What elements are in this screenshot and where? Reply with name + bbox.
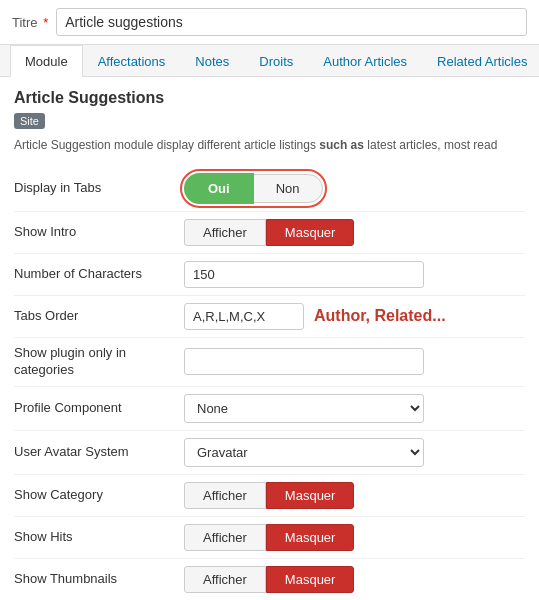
tabs-order-control: Author, Related... <box>184 303 525 330</box>
show-category-label: Show Category <box>14 487 184 504</box>
masquer-button-category[interactable]: Masquer <box>266 482 355 509</box>
show-hits-control: Afficher Masquer <box>184 524 525 551</box>
display-in-tabs-label: Display in Tabs <box>14 180 184 197</box>
show-thumbnails-label: Show Thumbnails <box>14 571 184 588</box>
show-hits-label: Show Hits <box>14 529 184 546</box>
afficher-button-intro[interactable]: Afficher <box>184 219 266 246</box>
number-of-chars-input[interactable] <box>184 261 424 288</box>
tabs-order-hint: Author, Related... <box>314 307 446 325</box>
profile-component-select[interactable]: None <box>184 394 424 423</box>
title-row: Titre * <box>0 0 539 45</box>
tab-droits[interactable]: Droits <box>244 45 308 77</box>
profile-component-control: None <box>184 394 525 423</box>
show-intro-control: Afficher Masquer <box>184 219 525 246</box>
show-plugin-only-label: Show plugin only in categories <box>14 345 184 379</box>
user-avatar-row: User Avatar System Gravatar <box>14 431 525 475</box>
show-plugin-only-row: Show plugin only in categories <box>14 338 525 387</box>
user-avatar-control: Gravatar <box>184 438 525 467</box>
afficher-masquer-group-hits: Afficher Masquer <box>184 524 525 551</box>
show-intro-row: Show Intro Afficher Masquer <box>14 212 525 254</box>
oui-non-group: Oui Non <box>184 173 323 204</box>
main-content: Article Suggestions Site Article Suggest… <box>0 77 539 600</box>
afficher-masquer-group-category: Afficher Masquer <box>184 482 525 509</box>
number-of-chars-control <box>184 261 525 288</box>
titre-text: Titre <box>12 15 38 30</box>
number-of-chars-label: Number of Characters <box>14 266 184 283</box>
afficher-masquer-group-thumbnails: Afficher Masquer <box>184 566 525 593</box>
site-badge: Site <box>14 113 45 129</box>
afficher-button-thumbnails[interactable]: Afficher <box>184 566 266 593</box>
tab-related-articles[interactable]: Related Articles <box>422 45 539 77</box>
show-thumbnails-row: Show Thumbnails Afficher Masquer <box>14 559 525 600</box>
show-thumbnails-control: Afficher Masquer <box>184 566 525 593</box>
tab-affectations[interactable]: Affectations <box>83 45 181 77</box>
tabs-order-label: Tabs Order <box>14 308 184 325</box>
masquer-button-hits[interactable]: Masquer <box>266 524 355 551</box>
show-hits-row: Show Hits Afficher Masquer <box>14 517 525 559</box>
tabs-bar: Module Affectations Notes Droits Author … <box>0 45 539 77</box>
show-plugin-only-control <box>184 348 525 375</box>
afficher-button-hits[interactable]: Afficher <box>184 524 266 551</box>
non-button[interactable]: Non <box>253 174 323 203</box>
title-label: Titre * <box>12 15 48 30</box>
tabs-order-row: Tabs Order Author, Related... <box>14 296 525 338</box>
user-avatar-select[interactable]: Gravatar <box>184 438 424 467</box>
show-category-row: Show Category Afficher Masquer <box>14 475 525 517</box>
masquer-button-intro[interactable]: Masquer <box>266 219 355 246</box>
required-indicator: * <box>40 15 49 30</box>
afficher-button-category[interactable]: Afficher <box>184 482 266 509</box>
show-intro-label: Show Intro <box>14 224 184 241</box>
title-input[interactable] <box>56 8 527 36</box>
number-of-chars-row: Number of Characters <box>14 254 525 296</box>
tab-notes[interactable]: Notes <box>180 45 244 77</box>
masquer-button-thumbnails[interactable]: Masquer <box>266 566 355 593</box>
tab-author-articles[interactable]: Author Articles <box>308 45 422 77</box>
user-avatar-label: User Avatar System <box>14 444 184 461</box>
show-category-control: Afficher Masquer <box>184 482 525 509</box>
tab-module[interactable]: Module <box>10 45 83 77</box>
afficher-masquer-group-intro: Afficher Masquer <box>184 219 525 246</box>
show-plugin-only-input[interactable] <box>184 348 424 375</box>
tabs-order-input[interactable] <box>184 303 304 330</box>
description-text: Article Suggestion module display differ… <box>14 137 525 154</box>
profile-component-label: Profile Component <box>14 400 184 417</box>
oui-button[interactable]: Oui <box>184 173 254 204</box>
section-title: Article Suggestions <box>14 89 525 107</box>
tabs-order-inner: Author, Related... <box>184 303 525 330</box>
display-in-tabs-control: Oui Non <box>184 173 525 204</box>
profile-component-row: Profile Component None <box>14 387 525 431</box>
display-in-tabs-row: Display in Tabs Oui Non <box>14 166 525 212</box>
description-highlight: such as <box>319 138 364 152</box>
